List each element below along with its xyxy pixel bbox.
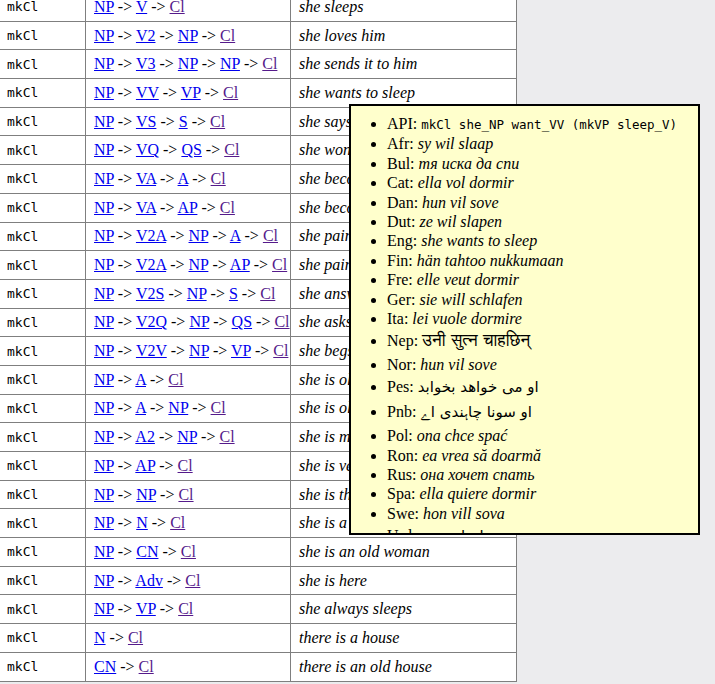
category-link-cl[interactable]: Cl [263,227,278,244]
category-link-np[interactable]: NP [94,141,114,158]
category-link-np[interactable]: NP [94,514,114,531]
category-link-np[interactable]: NP [178,55,198,72]
category-link-np[interactable]: NP [189,342,209,359]
category-link-cl[interactable]: Cl [185,572,200,589]
category-link-vp[interactable]: VP [181,84,201,101]
category-link-a[interactable]: A [178,170,189,187]
category-link-np[interactable]: NP [94,486,114,503]
translation-spa: Spa: ella quiere dormir [387,484,698,503]
category-link-np[interactable]: NP [178,27,198,44]
category-link-cl[interactable]: Cl [260,285,275,302]
category-link-np[interactable]: NP [94,27,114,44]
table-row: mkClNP -> VV -> VP -> Clshe wants to sle… [0,79,517,108]
category-link-np[interactable]: NP [94,313,114,330]
category-link-ap[interactable]: AP [135,457,155,474]
category-link-adv[interactable]: Adv [135,572,163,589]
category-link-np[interactable]: NP [94,113,114,130]
category-link-a2[interactable]: A2 [135,428,155,445]
category-link-s[interactable]: S [229,285,238,302]
category-link-a[interactable]: A [135,371,146,388]
translation-ita: Ita: lei vuole dormire [387,309,698,328]
category-link-np[interactable]: NP [187,285,207,302]
category-link-cl[interactable]: Cl [178,486,193,503]
category-link-vp[interactable]: VP [231,342,251,359]
category-link-cl[interactable]: Cl [128,629,143,646]
category-link-v2q[interactable]: V2Q [136,313,167,330]
category-link-cl[interactable]: Cl [223,84,238,101]
category-link-np[interactable]: NP [220,55,240,72]
category-link-n[interactable]: N [136,514,148,531]
category-link-va[interactable]: VA [136,199,156,216]
category-link-cn[interactable]: CN [94,658,116,675]
category-link-np[interactable]: NP [94,84,114,101]
category-link-cl[interactable]: Cl [211,170,226,187]
category-link-n[interactable]: N [94,629,106,646]
category-link-np[interactable]: NP [94,600,114,617]
category-link-qs[interactable]: QS [181,141,201,158]
category-link-np[interactable]: NP [189,256,209,273]
category-link-np[interactable]: NP [177,428,197,445]
category-link-np[interactable]: NP [189,313,209,330]
category-link-v[interactable]: V [136,0,147,15]
category-link-cl[interactable]: Cl [168,371,183,388]
category-link-ap[interactable]: AP [230,256,250,273]
category-link-cn[interactable]: CN [136,543,158,560]
category-link-np[interactable]: NP [94,428,114,445]
category-link-cl[interactable]: Cl [170,0,185,15]
function-name: mkCl [0,365,86,394]
category-link-np[interactable]: NP [168,399,188,416]
category-link-vs[interactable]: VS [136,113,156,130]
category-link-np[interactable]: NP [94,399,114,416]
category-link-vv[interactable]: VV [136,84,159,101]
category-link-v2a[interactable]: V2A [136,256,166,273]
category-link-cl[interactable]: Cl [139,658,154,675]
category-link-cl[interactable]: Cl [220,199,235,216]
category-link-cl[interactable]: Cl [220,27,235,44]
category-link-v3[interactable]: V3 [136,55,156,72]
translation-pes: Pes: او می خواهد بخوابد [387,377,698,397]
table-row: mkClNP -> V3 -> NP -> NP -> Clshe sends … [0,50,517,79]
category-link-np[interactable]: NP [94,170,114,187]
category-link-qs[interactable]: QS [232,313,252,330]
category-link-np[interactable]: NP [94,285,114,302]
category-link-np[interactable]: NP [94,256,114,273]
category-link-vq[interactable]: VQ [136,141,159,158]
category-link-np[interactable]: NP [136,486,156,503]
category-link-cl[interactable]: Cl [178,600,193,617]
category-link-np[interactable]: NP [94,572,114,589]
category-link-np[interactable]: NP [94,0,114,15]
category-link-np[interactable]: NP [94,227,114,244]
category-link-v2v[interactable]: V2V [136,342,167,359]
category-link-cl[interactable]: Cl [224,141,239,158]
category-link-cl[interactable]: Cl [219,428,234,445]
category-link-cl[interactable]: Cl [178,457,193,474]
category-link-np[interactable]: NP [189,227,209,244]
rule-signature: NP -> VQ -> QS -> Cl [86,136,291,165]
category-link-np[interactable]: NP [94,55,114,72]
category-link-a[interactable]: A [230,227,241,244]
function-name: mkCl [0,222,86,251]
category-link-v2s[interactable]: V2S [136,285,164,302]
category-link-cl[interactable]: Cl [170,514,185,531]
category-link-np[interactable]: NP [94,371,114,388]
category-link-cl[interactable]: Cl [274,313,289,330]
translation-text: она хочет спать [420,466,534,483]
category-link-a[interactable]: A [135,399,146,416]
category-link-cl[interactable]: Cl [273,342,288,359]
category-link-v2[interactable]: V2 [136,27,156,44]
category-link-np[interactable]: NP [94,199,114,216]
category-link-np[interactable]: NP [94,543,114,560]
category-link-np[interactable]: NP [94,457,114,474]
category-link-v2a[interactable]: V2A [136,227,166,244]
category-link-cl[interactable]: Cl [181,543,196,560]
category-link-ap[interactable]: AP [178,199,198,216]
category-link-cl[interactable]: Cl [211,399,226,416]
table-row: mkClNP -> V -> Clshe sleeps [0,0,517,21]
category-link-cl[interactable]: Cl [262,55,277,72]
category-link-vp[interactable]: VP [136,600,156,617]
category-link-cl[interactable]: Cl [272,256,287,273]
category-link-np[interactable]: NP [94,342,114,359]
category-link-cl[interactable]: Cl [210,113,225,130]
category-link-va[interactable]: VA [136,170,156,187]
category-link-s[interactable]: S [179,113,188,130]
